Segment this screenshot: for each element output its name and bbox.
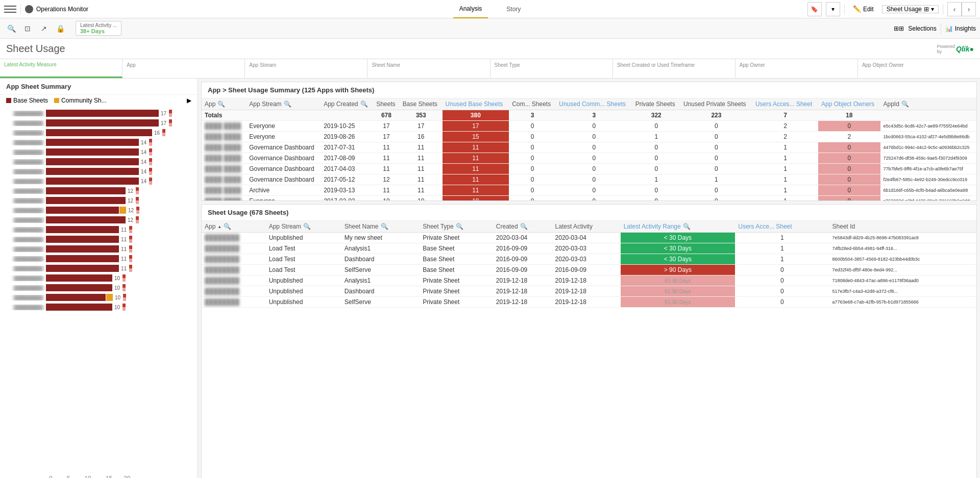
search-app-icon[interactable]: 🔍 [217,100,225,108]
search-sh-app-icon[interactable]: 🔍 [224,223,231,230]
search-stream-icon[interactable]: 🔍 [284,100,291,108]
bar-row: ████████11 [0,235,198,244]
table-cell: 15 [443,132,509,142]
table-cell: 0 [509,196,556,201]
filter-app-stream[interactable]: App Stream [245,59,368,78]
sheet-created-cell: 2016-09-09 [493,243,552,254]
sheet-users-cell: 1 [735,233,829,243]
sheet-id-cell: 71808de0-4843-47ac-a896-e1178f36aad0 [829,275,976,286]
zoom-in-icon[interactable]: 🔍 [4,21,18,36]
table-cell: Everyone [246,132,321,142]
table-cell: 2017-04-03 [321,164,373,174]
sheet-users-cell: 0 [735,275,829,286]
th-unused-base: Unused Base Sheets [443,98,509,110]
sheet-usage-button[interactable]: Sheet Usage ⊞ ▾ [882,5,939,13]
table-cell: ████ ████ [202,196,246,201]
table-cell: f2e4fb67-585c-4e92-b249-30edcc9cc019 [880,174,977,185]
table-cell: 1 [632,174,680,185]
bar-container: 16 [46,129,198,136]
qlik-logo: Poweredby Qlik● [937,44,974,54]
bar-row: ████████16 [0,128,198,137]
legend-base-sheets: Base Sheets [6,97,48,104]
filter-app-object-owner[interactable]: App Object Owner [858,59,980,78]
filter-app-owner[interactable]: App Owner [736,59,858,78]
summary-table-scroll[interactable]: App 🔍 App Stream 🔍 [202,98,976,200]
filter-app[interactable]: App [122,59,245,78]
prev-button[interactable]: ‹ [947,2,962,16]
table-cell: 0 [818,196,880,201]
search-appid-icon[interactable]: 🔍 [901,100,909,108]
bar-value-label: 11 [121,256,127,262]
bar-container: 11 [46,245,198,253]
bar-chart: ████████17████████17████████16████████14… [0,106,198,474]
search-sh-stream-icon[interactable]: 🔍 [303,223,311,230]
bar-mini [149,148,152,156]
tab-story[interactable]: Story [500,0,527,18]
chart-expand-icon[interactable]: ▶ [187,97,191,104]
table-cell: 2017-07-31 [321,142,373,153]
sheet-app-cell: ████████ [202,275,266,286]
bar-mini [136,207,139,214]
sheet-table-scroll[interactable]: App ▲ 🔍 App Stream 🔍 [202,221,976,308]
lock-icon[interactable]: 🔒 [53,21,67,36]
grid-view-icon[interactable]: ⊞⊞ [894,25,904,32]
bookmark-icon[interactable]: 🔖 [807,2,822,16]
sheet-id-cell: a7763e68-c7ab-42fb-957b-b1d971855666 [829,297,976,308]
table-cell: 11 [373,164,400,174]
table-cell: 0 [556,185,632,196]
th-users-access: Users Acces... Sheet [752,98,818,110]
insights-button[interactable]: 📊 Insights [945,25,976,32]
filter-timeframe[interactable]: Sheet Created or Used Timeframe [613,59,736,78]
edit-button[interactable]: ✏️ Edit [849,5,878,13]
sheet-name-cell: Analysis1 [341,243,420,254]
bar-container: 11 [46,255,198,262]
bar-label: ████████ [0,120,46,126]
bar-container: 14 [46,158,198,165]
next-button[interactable]: › [962,2,976,16]
table-cell: 0 [509,142,556,153]
bar-container: 12 [46,216,198,223]
dropdown-arrow-icon[interactable]: ▾ [826,2,840,16]
sheet-stream-cell: Load Test [266,254,341,265]
sheet-users-cell: 0 [735,297,829,308]
sheet-latest-cell: 2019-12-18 [552,275,621,286]
sheet-users-cell: 0 [735,265,829,275]
totals-label: Totals [202,110,246,121]
filter-sheet-name[interactable]: Sheet Name [368,59,490,78]
table-cell: 0 [556,164,632,174]
table-cell: 0 [632,121,680,132]
search-sh-created-icon[interactable]: 🔍 [520,223,528,230]
filter-sheet-type[interactable]: Sheet Type [491,59,613,78]
sheet-latest-cell: 2019-12-18 [552,297,621,308]
bar-label: ████████ [0,130,46,136]
search-sh-range-icon[interactable]: 🔍 [683,223,691,230]
table-cell: 1bcd0663-55ca-4102-af27-4e5d9b8e86db [880,132,977,142]
table-cell: 11 [443,142,509,153]
fullscreen-icon[interactable]: ⊡ [20,21,35,36]
share-icon[interactable]: ↗ [37,21,51,36]
table-cell: 1 [680,174,752,185]
table-cell: 11 [373,142,400,153]
totals-base: 353 [400,110,443,121]
selections-button[interactable]: Selections [908,25,936,32]
filter-latest-activity[interactable]: Latest Activity Measure [0,59,122,78]
table-cell: Archive [246,185,321,196]
table-cell: 0 [509,174,556,185]
search-sh-name-icon[interactable]: 🔍 [381,223,388,230]
bar-base-segment [46,236,119,243]
bar-base-segment [46,216,126,223]
bar-container: 14 [46,148,198,156]
table-cell: 0 [509,153,556,164]
table-cell: 4476bd1c-994c-44c2-9c5c-a0936bb2c325 [880,142,977,153]
tab-analysis[interactable]: Analysis [453,0,488,18]
search-created-icon[interactable]: 🔍 [360,100,368,108]
bar-row: ████████14 [0,157,198,166]
bar-mini [129,236,132,243]
sheet-app-cell: ████████ [202,254,266,265]
hamburger-menu[interactable] [4,3,16,15]
toolbar-right: ⊞⊞ Selections 📊 Insights [894,23,976,34]
bar-label: ████████ [0,217,46,223]
search-sh-type-icon[interactable]: 🔍 [456,223,463,230]
table-cell: ████ ████ [202,142,246,153]
bar-container: 14 [46,139,198,146]
